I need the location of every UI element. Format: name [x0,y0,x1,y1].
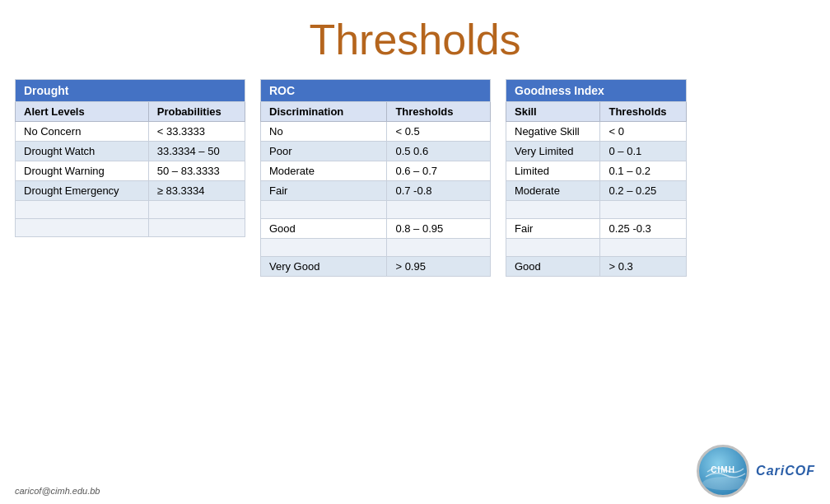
goodness-skill: Negative Skill [506,122,600,142]
goodness-section: Goodness Index Skill Thresholds Negative… [506,79,687,277]
table-row: Fair 0.7 -0.8 [261,181,491,201]
drought-header: Drought [16,80,245,102]
table-row-empty [261,201,491,219]
cimh-logo-graphic [699,447,749,497]
logo-area: CIMH CariCOF [697,445,815,497]
svg-point-0 [702,477,748,490]
roc-disc: Fair [261,181,387,201]
table-row: No Concern < 33.3333 [16,122,245,142]
table-row: Good 0.8 – 0.95 [261,219,491,239]
table-row: Good > 0.3 [506,257,687,277]
drought-level: Drought Warning [16,161,149,181]
roc-thresh: 0.6 – 0.7 [387,161,491,181]
roc-disc: No [261,122,387,142]
roc-col2-header: Thresholds [387,102,491,122]
table-row-empty [16,219,245,237]
roc-disc: Very Good [261,257,387,277]
table-row-empty [261,239,491,257]
table-row: Drought Warning 50 – 83.3333 [16,161,245,181]
roc-thresh: 0.5 0.6 [387,142,491,161]
roc-thresh: 0.8 – 0.95 [387,219,491,239]
drought-level: No Concern [16,122,149,142]
goodness-col2-header: Thresholds [600,102,687,122]
footer-email: caricof@cimh.edu.bb [15,486,100,496]
goodness-header: Goodness Index [506,80,687,102]
cimh-logo: CIMH [697,445,749,497]
goodness-thresh: > 0.3 [600,257,687,277]
drought-header-row: Drought [16,80,245,102]
roc-section: ROC Discrimination Thresholds No < 0.5 P… [260,79,491,277]
drought-prob: < 33.3333 [148,122,245,142]
goodness-skill: Very Limited [506,142,600,161]
drought-level: Drought Watch [16,142,149,161]
drought-col2-header: Probabilities [148,102,245,122]
drought-table: Drought Alert Levels Probabilities No Co… [15,79,245,237]
goodness-skill: Limited [506,161,600,181]
roc-disc: Moderate [261,161,387,181]
roc-disc: Poor [261,142,387,161]
goodness-skill: Moderate [506,181,600,201]
page-title: Thresholds [0,0,830,64]
table-row: Drought Emergency ≥ 83.3334 [16,181,245,201]
drought-prob: 50 – 83.3333 [148,161,245,181]
roc-header: ROC [261,80,491,102]
roc-col1-header: Discrimination [261,102,387,122]
roc-header-row: ROC [261,80,491,102]
goodness-subheader-row: Skill Thresholds [506,102,687,122]
goodness-thresh: 0 – 0.1 [600,142,687,161]
goodness-thresh: 0.25 -0.3 [600,219,687,239]
goodness-skill: Good [506,257,600,277]
roc-disc: Good [261,219,387,239]
drought-col1-header: Alert Levels [16,102,149,122]
drought-level: Drought Emergency [16,181,149,201]
table-row: Limited 0.1 – 0.2 [506,161,687,181]
table-row: Moderate 0.6 – 0.7 [261,161,491,181]
goodness-col1-header: Skill [506,102,600,122]
roc-thresh: > 0.95 [387,257,491,277]
drought-prob: 33.3334 – 50 [148,142,245,161]
roc-thresh: 0.7 -0.8 [387,181,491,201]
table-row: Very Limited 0 – 0.1 [506,142,687,161]
goodness-table: Goodness Index Skill Thresholds Negative… [506,79,687,277]
table-row: No < 0.5 [261,122,491,142]
caricof-logo-text: CariCOF [756,464,815,478]
drought-section: Drought Alert Levels Probabilities No Co… [15,79,245,277]
drought-subheader-row: Alert Levels Probabilities [16,102,245,122]
table-row-empty [16,201,245,219]
content-area: Drought Alert Levels Probabilities No Co… [0,79,830,277]
goodness-thresh: < 0 [600,122,687,142]
table-row: Fair 0.25 -0.3 [506,219,687,239]
goodness-thresh: 0.1 – 0.2 [600,161,687,181]
goodness-header-row: Goodness Index [506,80,687,102]
goodness-thresh: 0.2 – 0.25 [600,181,687,201]
roc-table: ROC Discrimination Thresholds No < 0.5 P… [260,79,491,277]
roc-subheader-row: Discrimination Thresholds [261,102,491,122]
table-row-empty [506,239,687,257]
table-row: Drought Watch 33.3334 – 50 [16,142,245,161]
table-row: Negative Skill < 0 [506,122,687,142]
roc-thresh: < 0.5 [387,122,491,142]
goodness-skill: Fair [506,219,600,239]
drought-prob: ≥ 83.3334 [148,181,245,201]
table-row: Very Good > 0.95 [261,257,491,277]
table-row-empty [506,201,687,219]
table-row: Poor 0.5 0.6 [261,142,491,161]
table-row: Moderate 0.2 – 0.25 [506,181,687,201]
